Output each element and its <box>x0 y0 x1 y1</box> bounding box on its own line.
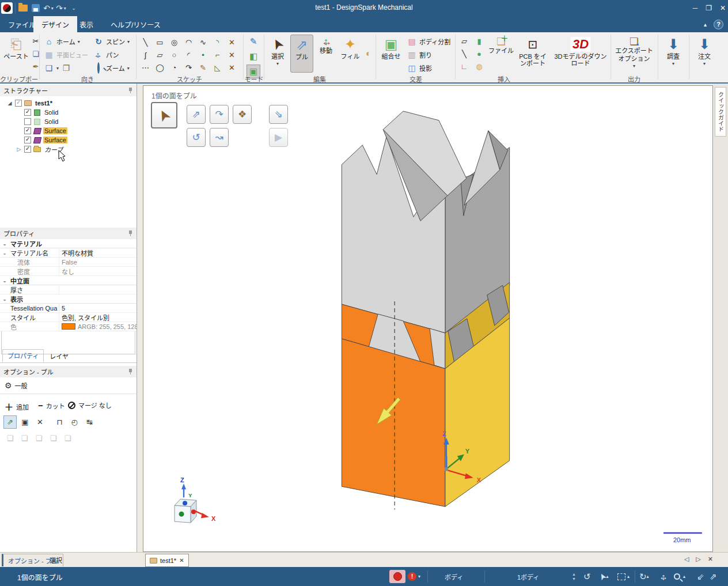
prev-tab-icon[interactable]: ◁ <box>684 555 689 563</box>
pull-merge-option[interactable]: マージ なし <box>68 400 112 410</box>
sketch-tool-icon[interactable]: ▱ <box>153 48 167 61</box>
insert-file-button[interactable]: ❏＋ ファイル <box>488 35 514 73</box>
checkbox[interactable] <box>24 118 31 125</box>
download-3d-button[interactable]: 3D 3Dモデルのダウンロード <box>552 35 609 73</box>
sketch-tool-icon[interactable]: ✕ <box>225 48 239 61</box>
property-row[interactable]: ⌄ マテリアル名 不明な材質 <box>0 248 136 258</box>
section-mode-button[interactable]: ◧ <box>247 50 260 63</box>
sketch-tool-icon[interactable]: ʃ <box>138 48 153 61</box>
tree-item-root[interactable]: ◢ test1* <box>7 99 54 108</box>
property-row[interactable]: Tessellation Qua 5 <box>0 304 136 313</box>
close-button[interactable]: ✕ <box>720 4 726 12</box>
pull-scale-tool[interactable]: ❖ <box>233 105 252 124</box>
pull-both-sides-tool[interactable]: ▣ <box>18 415 32 429</box>
tab-design[interactable]: デザイン <box>33 16 77 32</box>
sketch-tool-icon[interactable]: ✕ <box>225 36 239 48</box>
checkbox[interactable] <box>24 137 31 143</box>
sketch-tool-icon[interactable]: ◎ <box>167 36 181 48</box>
pull-revolve-tool[interactable]: ↺ <box>187 128 206 147</box>
sketch-tool-icon[interactable]: ◺ <box>210 61 225 74</box>
pan-button[interactable]: ↔↕ パン <box>93 48 119 61</box>
angle-tool[interactable]: ◴ <box>68 415 81 429</box>
tab-view[interactable]: 表示 <box>71 16 101 32</box>
spin-button[interactable]: ↻ スピン▾ <box>93 35 130 48</box>
order-button[interactable]: ⬇ 注文 ▾ <box>691 35 718 73</box>
tree-item-solid[interactable]: Solid <box>24 108 59 117</box>
zoom-button[interactable]: ズーム▾ <box>93 62 130 74</box>
sketch-tool-icon[interactable]: ⌐ <box>210 48 225 61</box>
quick-guide-tab[interactable]: クイックガイド <box>715 87 726 137</box>
property-row-color[interactable]: 色 ARGB: 255, 255, 128 <box>0 322 136 331</box>
pull-straight-tool[interactable]: ⇗ <box>187 105 206 124</box>
selection-count-label[interactable]: 1ボディ <box>517 567 539 586</box>
pin-icon[interactable] <box>128 87 133 94</box>
document-tab[interactable]: test1* ✕ <box>145 554 189 567</box>
close-tab-icon[interactable]: ✕ <box>708 555 713 563</box>
sketch-tool-icon[interactable]: ◜ <box>181 48 196 61</box>
paste-button[interactable]: ⎗ ペースト <box>3 35 29 73</box>
select-button[interactable]: ➤ 選択 ▾ <box>266 35 289 73</box>
sketch-tool-icon[interactable]: ⋯ <box>138 61 153 74</box>
split-body-button[interactable]: ▤ ボディ分割 <box>407 35 450 48</box>
zoom-out-button[interactable]: ⇙ <box>697 567 704 586</box>
undo-select-button[interactable]: ↺ <box>583 567 591 586</box>
insert-plane-button[interactable]: ▱ <box>458 35 470 47</box>
spin-down-icon[interactable]: ▼ <box>572 577 576 581</box>
checkbox[interactable] <box>24 127 31 134</box>
insert-sphere-button[interactable]: ● <box>473 48 485 59</box>
pull-preview-tool[interactable]: ▶ <box>269 128 288 147</box>
ruler-dimension-tool[interactable]: ↹ <box>83 415 96 429</box>
preset-chamfer-tool[interactable]: ❏ <box>3 432 17 445</box>
pull-add-option[interactable]: ＋ 追加 <box>5 400 29 413</box>
export-options-button[interactable]: ❏▪ エクスポート オプション ▾ <box>613 35 655 73</box>
pull-button[interactable]: ⇗ プル <box>290 35 313 73</box>
tab-selection[interactable]: 選択 <box>45 554 67 566</box>
tab-help[interactable]: ヘルプ/リソース <box>103 16 169 32</box>
next-tab-icon[interactable]: ▷ <box>696 555 700 563</box>
spin-up-icon[interactable]: ▲ <box>572 573 576 576</box>
sketch-mode-button[interactable]: ✎ <box>247 35 260 48</box>
checkbox[interactable] <box>24 146 31 153</box>
design-viewport[interactable]: Z Y X Z Y X <box>143 85 713 552</box>
insert-cylinder-button[interactable]: ▮ <box>473 35 485 47</box>
checkbox[interactable] <box>15 100 22 107</box>
move-button[interactable]: ↕↔ 移動 <box>314 35 338 73</box>
measure-button[interactable]: ⬇ 調査 ▾ <box>660 35 687 73</box>
options-general-row[interactable]: ⚙ 一般 <box>5 381 28 390</box>
pull-up-to-tool[interactable]: ⇘ <box>269 105 288 124</box>
sketch-tool-icon[interactable]: ∿ <box>196 36 210 48</box>
spin-view-button[interactable]: ↻ ▴ <box>639 567 649 586</box>
spinner-control[interactable]: ▲▼ <box>572 567 576 586</box>
copy-button[interactable]: ❏ <box>30 48 41 59</box>
insert-axis-button[interactable]: ∟ <box>458 61 470 72</box>
sketch-tool-icon[interactable]: ✕ <box>225 61 239 74</box>
pull-sweep-tool[interactable]: ↝ <box>210 128 229 147</box>
collapse-ribbon-icon[interactable]: ▴ <box>704 21 707 28</box>
property-section-display[interactable]: ⌄ 表示 <box>0 294 136 304</box>
preset-extrude-tool[interactable]: ❏ <box>32 432 46 445</box>
help-icon[interactable]: ? <box>714 20 723 29</box>
select-mode-button[interactable]: ➤ ▴ <box>599 567 609 586</box>
property-section-midsurface[interactable]: ⌄ 中立面 <box>0 276 136 285</box>
pan-view-button[interactable]: ↔↕ <box>659 567 668 586</box>
fill-button[interactable]: ✦ フィル <box>339 35 362 73</box>
plan-view-button[interactable]: ▦ 平面ビュー <box>44 48 88 61</box>
insert-line-button[interactable]: ╲ <box>458 48 470 59</box>
sketch-tool-icon[interactable]: • <box>196 48 210 61</box>
property-row[interactable]: 厚さ <box>0 285 136 294</box>
sketch-tool-icon[interactable]: ◯ <box>153 61 167 74</box>
sketch-tool-icon[interactable]: ╲ <box>138 36 153 48</box>
sketch-tool-icon[interactable]: ◔ <box>167 61 181 74</box>
record-button[interactable] <box>389 570 405 583</box>
tree-item-surface[interactable]: Surface <box>24 126 67 135</box>
pull-pivot-tool[interactable]: ↷ <box>210 105 229 124</box>
view-cube-button[interactable]: ❏ ▾ ❐ <box>44 62 71 74</box>
format-painter-button[interactable]: ✒ <box>30 61 41 72</box>
cut-button[interactable]: ✂ <box>30 35 41 47</box>
preset-sweep-tool[interactable]: ❏ <box>61 432 74 445</box>
property-row[interactable]: 密度 なし <box>0 267 136 276</box>
zoom-in-button[interactable]: ⇗ <box>710 567 717 586</box>
selection-type-label[interactable]: ボディ <box>445 567 463 586</box>
box-select-button[interactable]: ▴ <box>617 567 630 586</box>
project-button[interactable]: ◫ 投影 <box>407 62 432 74</box>
